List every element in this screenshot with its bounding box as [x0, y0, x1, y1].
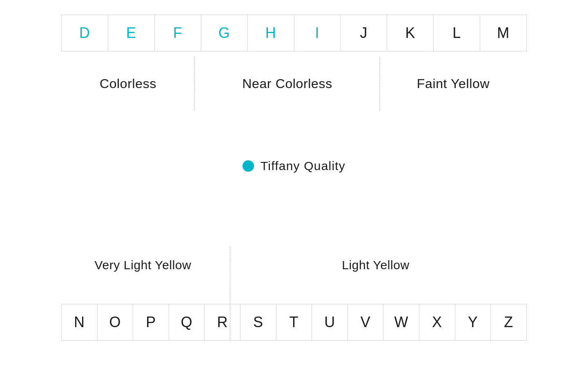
bottom-categories: Very Light Yellow Light Yellow — [61, 249, 527, 281]
very-light-label: Very Light Yellow — [94, 258, 191, 272]
very-light-section: Very Light Yellow — [61, 249, 225, 281]
bottom-grade-t: T — [276, 304, 312, 340]
light-yellow-label: Light Yellow — [342, 258, 410, 272]
top-grade-m: M — [480, 15, 526, 51]
faint-yellow-section: Faint Yellow — [380, 57, 527, 110]
faint-yellow-label: Faint Yellow — [417, 76, 490, 91]
bottom-grade-z: Z — [491, 304, 526, 340]
bottom-grade-x: X — [419, 304, 455, 340]
bottom-grade-y: Y — [455, 304, 491, 340]
bottom-grade-p: P — [133, 304, 169, 340]
top-grade-j: J — [341, 15, 387, 51]
legend-area: Tiffany Quality — [0, 159, 588, 173]
bottom-grade-s: S — [241, 304, 276, 340]
top-grade-l: L — [434, 15, 480, 51]
top-grade-h: H — [248, 15, 294, 51]
bottom-grade-row: NOPQRSTUVWXYZ — [61, 304, 527, 341]
top-grade-f: F — [155, 15, 201, 51]
top-grade-e: E — [108, 15, 155, 51]
bottom-grade-w: W — [383, 304, 419, 340]
top-grade-row: DEFGHIJKLM — [61, 15, 527, 51]
bottom-grade-u: U — [312, 304, 348, 340]
top-grade-d: D — [62, 15, 108, 51]
colorless-section: Colorless — [61, 57, 195, 110]
bottom-grade-q: Q — [169, 304, 205, 340]
bottom-grade-r: R — [205, 304, 241, 340]
colorless-label: Colorless — [100, 76, 156, 91]
light-yellow-section: Light Yellow — [225, 249, 527, 281]
tiffany-dot — [243, 160, 254, 172]
bottom-grade-v: V — [348, 304, 384, 340]
legend-label: Tiffany Quality — [261, 159, 345, 173]
top-grade-g: G — [201, 15, 248, 51]
top-grade-i: I — [294, 15, 341, 51]
near-colorless-section: Near Colorless — [195, 57, 380, 110]
near-colorless-label: Near Colorless — [242, 76, 332, 91]
top-grade-k: K — [387, 15, 434, 51]
bottom-grade-o: O — [98, 304, 134, 340]
bottom-grade-n: N — [62, 304, 98, 340]
top-categories: Colorless Near Colorless Faint Yellow — [61, 57, 527, 110]
main-container: DEFGHIJKLM Colorless Near Colorless Fain… — [0, 0, 588, 372]
